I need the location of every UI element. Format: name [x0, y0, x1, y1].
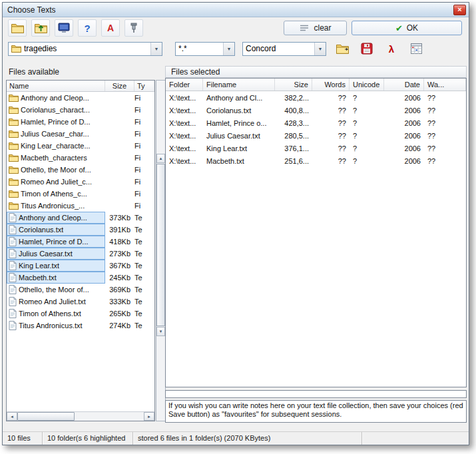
scroll-right-button[interactable]: ► — [144, 412, 154, 421]
file-name-cell[interactable]: Othello, the Moor of... — [7, 284, 105, 296]
file-list-item[interactable]: Romeo And Juliet_c... Fi — [7, 176, 154, 188]
file-name-cell[interactable]: Anthony and Cleop... — [7, 212, 105, 224]
file-list-item[interactable]: Coriolanus.txt 391Kb Te — [7, 224, 154, 236]
file-list-item[interactable]: Hamlet, Prince of D... Fi — [7, 116, 154, 128]
column-header-folder[interactable]: Folder — [166, 79, 203, 91]
open-folder-button[interactable] — [8, 19, 27, 37]
clear-lines-icon — [299, 24, 310, 32]
file-list-item[interactable]: Timon of Athens.txt 265Kb Te — [7, 308, 154, 320]
table-row[interactable]: X:\text... Macbeth.txt 251,6... ?? ? 200… — [166, 154, 466, 167]
horizontal-scrollbar[interactable]: ◄ ► — [7, 411, 154, 421]
table-row[interactable]: X:\text... Hamlet, Prince o... 428,3... … — [166, 116, 466, 129]
close-button[interactable]: × — [453, 5, 466, 15]
table-row[interactable]: X:\text... Coriolanus.txt 400,8... ?? ? … — [166, 104, 466, 116]
file-list-item[interactable]: Coriolanus_charact... Fi — [7, 104, 154, 116]
file-name-cell[interactable]: Julius Caesar_char... — [7, 128, 105, 140]
open-favourites-button[interactable] — [334, 41, 351, 57]
file-list-item[interactable]: King Lear.txt 367Kb Te — [7, 260, 154, 272]
file-list-item[interactable]: Macbeth_characters Fi — [7, 152, 154, 164]
pushpin-button[interactable] — [124, 19, 143, 37]
file-list-item[interactable]: King Lear_characte... Fi — [7, 140, 154, 152]
file-list-item[interactable]: Macbeth.txt 245Kb Te — [7, 272, 154, 284]
column-header-date[interactable]: Date — [384, 79, 424, 91]
folder-combo[interactable]: tragedies ▼ — [8, 42, 162, 56]
file-list-item[interactable]: Titus Andronicus_... Fi — [7, 200, 154, 212]
file-icon — [9, 321, 17, 330]
grid-button[interactable] — [407, 41, 425, 57]
column-header-size[interactable]: Size — [105, 81, 134, 91]
column-header-filename[interactable]: Filename — [203, 79, 275, 91]
file-name-cell[interactable]: Anthony and Cleop... — [7, 92, 105, 104]
file-list-item[interactable]: Julius Caesar_char... Fi — [7, 128, 154, 140]
tool-combo-value: Concord — [246, 44, 276, 53]
ok-button-label: OK — [407, 23, 418, 33]
file-name-cell[interactable]: Macbeth.txt — [7, 272, 105, 284]
file-pattern-combo[interactable]: *.* ▼ — [175, 42, 235, 56]
notes-textarea[interactable]: If you wish you can write notes here on … — [165, 400, 467, 423]
cell-was: ?? — [424, 107, 466, 114]
parent-folder-button[interactable] — [31, 19, 50, 37]
pattern-combo-dropdown[interactable]: ▼ — [223, 43, 234, 55]
file-name-cell[interactable]: Julius Caesar.txt — [7, 248, 105, 260]
file-list-item[interactable]: Romeo And Juliet.txt 333Kb Te — [7, 296, 154, 308]
file-name-cell[interactable]: Timon of Athens_c... — [7, 188, 105, 200]
file-size: 273Kb — [105, 250, 134, 258]
help-button[interactable]: ? — [78, 19, 97, 37]
font-button[interactable]: A — [101, 19, 120, 37]
file-name-cell[interactable]: Coriolanus.txt — [7, 224, 105, 236]
file-name-cell[interactable]: Hamlet, Prince of D... — [7, 236, 105, 248]
tool-combo[interactable]: Concord ▼ — [242, 42, 326, 56]
table-row[interactable]: X:\text... Julius Caesar.txt 280,5... ??… — [166, 129, 466, 142]
column-header-unicode[interactable]: Unicode — [350, 79, 384, 91]
column-header-words[interactable]: Words — [312, 79, 350, 91]
file-name-cell[interactable]: King Lear_characte... — [7, 140, 105, 152]
file-name-cell[interactable]: Romeo And Juliet_c... — [7, 176, 105, 188]
file-type: Te — [134, 274, 154, 282]
file-list-item[interactable]: Othello, the Moor of... 369Kb Te — [7, 284, 154, 296]
file-name-cell[interactable]: Hamlet, Prince of D... — [7, 116, 105, 128]
file-name-cell[interactable]: Romeo And Juliet.txt — [7, 296, 105, 308]
folder-combo-dropdown[interactable]: ▼ — [150, 43, 162, 55]
file-list-item[interactable]: Timon of Athens_c... Fi — [7, 188, 154, 200]
column-header-name[interactable]: Name — [7, 81, 105, 91]
file-name-cell[interactable]: Othello, the Moor of... — [7, 164, 105, 176]
clear-button[interactable]: clear — [284, 21, 347, 35]
file-list-item[interactable]: Othello, the Moor of... Fi — [7, 164, 154, 176]
file-name-cell[interactable]: Titus Andronicus_... — [7, 200, 105, 212]
tool-combo-dropdown[interactable]: ▼ — [314, 43, 326, 55]
horizontal-scroll-track[interactable] — [75, 412, 144, 421]
column-header-size[interactable]: Size — [275, 79, 312, 91]
scroll-down-button[interactable]: ▼ — [156, 327, 165, 336]
cell-folder: X:\text... — [166, 132, 203, 140]
file-type: Te — [134, 286, 154, 294]
file-type: Fi — [134, 190, 154, 198]
save-favourites-button[interactable] — [358, 41, 375, 57]
column-header-type[interactable]: Ty — [134, 81, 154, 91]
horizontal-scroll-thumb[interactable] — [17, 412, 75, 421]
file-list-item[interactable]: Anthony and Cleop... Fi — [7, 92, 154, 104]
table-row[interactable]: X:\text... Anthony and Cl... 382,2... ??… — [166, 91, 466, 104]
file-list-item[interactable]: Julius Caesar.txt 273Kb Te — [7, 248, 154, 260]
monitor-button[interactable] — [55, 19, 73, 37]
column-header-was[interactable]: Wa... — [424, 79, 466, 91]
notes-title-field[interactable] — [165, 390, 467, 398]
file-name-cell[interactable]: Macbeth_characters — [7, 152, 105, 164]
file-list-item[interactable]: Titus Andronicus.txt 274Kb Te — [7, 320, 154, 332]
list-column-header: Name Size Ty — [7, 81, 154, 92]
titlebar[interactable]: Choose Texts × — [3, 3, 469, 17]
folder-icon — [9, 94, 19, 102]
lambda-button[interactable]: λ — [383, 41, 400, 57]
file-name-cell[interactable]: Coriolanus_charact... — [7, 104, 105, 116]
file-list-item[interactable]: Hamlet, Prince of D... 418Kb Te — [7, 236, 154, 248]
ok-button[interactable]: ✔ OK — [352, 21, 462, 35]
cell-unicode: ? — [350, 119, 384, 127]
vertical-scrollbar[interactable]: ▲ ▼ — [156, 80, 166, 421]
file-list-item[interactable]: Anthony and Cleop... 373Kb Te — [7, 212, 154, 224]
file-name-cell[interactable]: Timon of Athens.txt — [7, 308, 105, 320]
table-row[interactable]: X:\text... King Lear.txt 376,1... ?? ? 2… — [166, 142, 466, 154]
file-name-cell[interactable]: Titus Andronicus.txt — [7, 320, 105, 332]
file-name-cell[interactable]: King Lear.txt — [7, 260, 105, 272]
vertical-scroll-thumb[interactable] — [156, 164, 165, 326]
scroll-up-button[interactable]: ▲ — [156, 154, 165, 163]
scroll-left-button[interactable]: ◄ — [7, 412, 17, 421]
